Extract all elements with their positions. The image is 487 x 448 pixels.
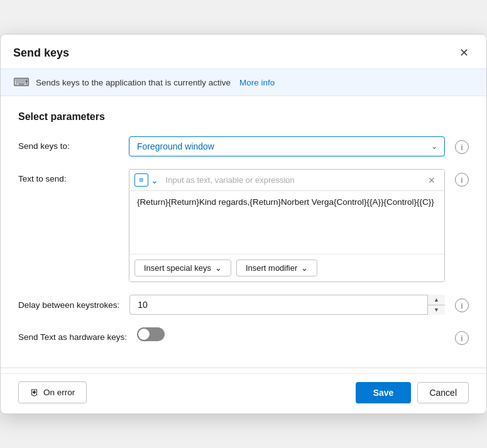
delay-increment-button[interactable]: ▲ [428,295,445,305]
text-to-send-label: Text to send: [18,169,119,183]
keyboard-icon: ⌨ [13,75,30,89]
banner-text: Sends keys to the application that is cu… [36,78,231,87]
on-error-label: On error [43,388,75,397]
dialog-footer: ⛨ On error Save Cancel [1,373,486,413]
footer-divider [1,368,486,368]
text-to-send-info-icon[interactable]: i [455,173,469,187]
hardware-keys-control [137,327,445,341]
toggle-wrapper [137,327,445,341]
close-button[interactable]: ✕ [454,45,474,61]
send-keys-to-dropdown-wrapper: Foreground window ⌄ [129,136,445,156]
text-area-wrapper: ≡ ⌄ Input as text, variable or expressio… [129,169,445,282]
dialog-body: Select parameters Send keys to: Foregrou… [1,96,486,368]
save-button[interactable]: Save [356,382,412,403]
dialog-header: Send keys ✕ [1,35,486,68]
section-title: Select parameters [18,111,469,123]
text-to-send-control: ≡ ⌄ Input as text, variable or expressio… [129,169,445,282]
text-placeholder: Input as text, variable or expression [161,173,422,187]
footer-right: Save Cancel [356,382,469,403]
text-area-buttons: Insert special keys ⌄ Insert modifier ⌄ [129,254,444,281]
shield-icon: ⛨ [30,387,40,398]
send-keys-to-control: Foreground window ⌄ [129,136,445,156]
send-keys-to-select[interactable]: Foreground window [129,136,445,156]
delay-info-icon[interactable]: i [455,298,469,312]
insert-special-keys-chevron-icon: ⌄ [215,263,222,273]
delay-input[interactable] [129,295,445,315]
delay-row: Delay between keystrokes: ▲ ▼ i [18,295,469,315]
send-keys-to-info-icon[interactable]: i [455,140,469,154]
hardware-keys-row: Send Text as hardware keys: i [18,327,469,345]
toggle-knob [138,329,150,340]
insert-special-keys-button[interactable]: Insert special keys ⌄ [134,260,231,276]
insert-special-keys-label: Insert special keys [144,263,211,273]
text-icon: ≡ [139,175,144,185]
text-area-toolbar: ≡ ⌄ Input as text, variable or expressio… [129,170,444,191]
on-error-button[interactable]: ⛨ On error [18,381,87,403]
delay-control: ▲ ▼ [129,295,445,315]
send-keys-to-label: Send keys to: [18,136,119,151]
insert-modifier-chevron-icon: ⌄ [301,263,308,273]
delay-input-wrapper: ▲ ▼ [129,295,445,315]
delay-spinners: ▲ ▼ [427,295,445,315]
delay-decrement-button[interactable]: ▼ [428,305,445,315]
send-keys-to-row: Send keys to: Foreground window ⌄ i [18,136,469,156]
info-banner: ⌨ Sends keys to the application that is … [1,68,486,96]
toolbar-chevron-icon[interactable]: ⌄ [151,175,158,185]
cancel-button[interactable]: Cancel [417,382,469,403]
text-area-content[interactable]: {Return}{Return}Kind regards,{Return}Nor… [129,191,444,254]
text-to-send-row: Text to send: ≡ ⌄ Input as text, variabl… [18,169,469,282]
hardware-keys-info-icon[interactable]: i [455,331,469,345]
send-keys-dialog: Send keys ✕ ⌨ Sends keys to the applicat… [0,34,487,414]
text-area-clear-button[interactable]: ✕ [424,174,439,187]
hardware-keys-label: Send Text as hardware keys: [18,327,127,342]
insert-modifier-label: Insert modifier [246,263,297,273]
hardware-keys-toggle[interactable] [137,327,165,341]
insert-modifier-button[interactable]: Insert modifier ⌄ [236,260,317,276]
text-mode-button[interactable]: ≡ [134,173,148,187]
delay-label: Delay between keystrokes: [18,295,119,312]
dialog-title: Send keys [13,46,69,60]
more-info-link[interactable]: More info [239,78,275,87]
